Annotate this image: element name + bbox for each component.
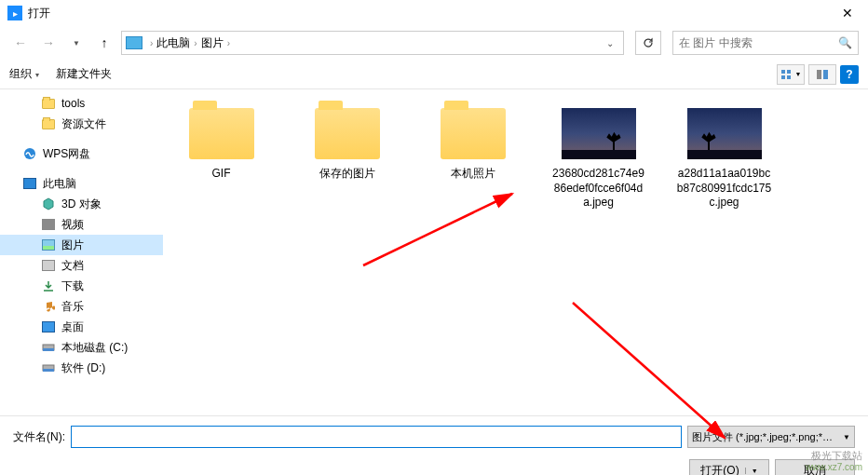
search-input[interactable] (679, 36, 838, 49)
sidebar-item[interactable]: WPS网盘 (0, 143, 163, 164)
svg-rect-1 (787, 70, 791, 74)
folder-item[interactable]: 本机照片 (424, 108, 522, 182)
pc-icon (22, 177, 37, 190)
search-box[interactable]: 🔍 (672, 31, 859, 55)
file-label: 保存的图片 (319, 167, 375, 182)
sidebar-item-label: 下载 (61, 278, 84, 294)
new-folder-button[interactable]: 新建文件夹 (56, 66, 112, 82)
breadcrumb-dropdown[interactable]: ⌄ (601, 38, 619, 48)
sidebar-item-label: WPS网盘 (43, 146, 90, 162)
sidebar-item[interactable]: 音乐 (0, 296, 163, 317)
sidebar-item-label: 3D 对象 (61, 197, 102, 212)
file-label: GIF (212, 167, 231, 182)
sidebar-item[interactable]: 此电脑 (0, 173, 163, 194)
watermark: 极光下载站 www.xz7.com (806, 450, 862, 473)
dialog-title: 打开 (28, 6, 834, 21)
sidebar-item[interactable]: 视频 (0, 214, 163, 235)
svg-rect-5 (823, 70, 828, 79)
refresh-button[interactable] (635, 31, 661, 55)
image-thumbnail (687, 108, 762, 159)
folder-item[interactable]: 保存的图片 (298, 108, 396, 182)
sidebar-item[interactable]: 资源文件 (0, 114, 163, 134)
filename-label: 文件名(N): (13, 429, 65, 445)
sidebar-item[interactable]: 文档 (0, 255, 163, 276)
chevron-down-icon: ▼ (843, 433, 850, 441)
breadcrumb-current[interactable]: 图片 (201, 35, 224, 51)
file-list[interactable]: GIF保存的图片本机照片23680cd281c74e986edef0fcce6f… (163, 89, 868, 415)
image-thumbnail (562, 108, 636, 159)
view-details-button[interactable] (808, 64, 836, 85)
svg-rect-9 (43, 369, 54, 372)
image-item[interactable]: 23680cd281c74e986edef0fcce6f04da.jpeg (549, 108, 647, 210)
sidebar-item-label: tools (61, 97, 85, 110)
app-icon: ▸ (7, 6, 22, 20)
sidebar-item-label: 此电脑 (43, 176, 76, 192)
back-button[interactable]: ← (9, 32, 32, 54)
svg-rect-0 (781, 70, 785, 74)
folder-icon (41, 97, 56, 110)
chevron-right-icon: › (227, 38, 230, 48)
recent-dropdown[interactable]: ▼ (65, 32, 88, 54)
svg-rect-2 (781, 75, 785, 79)
pic-icon (41, 238, 56, 251)
view-icons-button[interactable]: ▼ (777, 64, 805, 85)
main-area: tools资源文件WPS网盘此电脑3D 对象视频图片文档下载音乐桌面本地磁盘 (… (0, 89, 868, 415)
close-button[interactable]: ✕ (834, 0, 861, 26)
sidebar-item[interactable]: 本地磁盘 (C:) (0, 337, 163, 358)
sidebar-item-label: 软件 (D:) (61, 360, 105, 376)
list-icon (816, 69, 829, 80)
sidebar-item[interactable]: 图片 (0, 235, 163, 255)
up-button[interactable]: ↑ (93, 32, 115, 54)
filename-input[interactable] (71, 426, 682, 448)
sidebar[interactable]: tools资源文件WPS网盘此电脑3D 对象视频图片文档下载音乐桌面本地磁盘 (… (0, 89, 163, 415)
folder-icon (315, 108, 380, 159)
toolbar: 组织 新建文件夹 ▼ ? (0, 60, 868, 89)
search-icon[interactable]: 🔍 (838, 36, 852, 49)
bottom-panel: 文件名(N): 图片文件 (*.jpg;*.jpeg;*.png;*… ▼ 打开… (0, 415, 868, 475)
help-button[interactable]: ? (840, 65, 859, 84)
lib-music-icon (41, 300, 56, 313)
file-label: 本机照片 (451, 167, 495, 182)
sidebar-item[interactable]: 3D 对象 (0, 194, 163, 214)
folder-icon (441, 108, 506, 159)
sidebar-item-label: 图片 (61, 238, 84, 253)
image-item[interactable]: a28d11a1aa019bcb87c80991fcdc175c.jpeg (675, 108, 773, 210)
file-label: 23680cd281c74e986edef0fcce6f04da.jpeg (549, 167, 647, 210)
filetype-select[interactable]: 图片文件 (*.jpg;*.jpeg;*.png;*… ▼ (687, 426, 855, 448)
drive-icon (41, 361, 56, 374)
folder-item[interactable]: GIF (172, 108, 270, 182)
breadcrumb-root[interactable]: 此电脑 (156, 35, 190, 51)
lib-desktop-icon (41, 320, 56, 333)
lib-3d-icon (41, 197, 56, 210)
wps-icon (22, 147, 37, 160)
chevron-right-icon: › (150, 38, 153, 48)
svg-rect-7 (43, 348, 54, 351)
chevron-right-icon: › (194, 38, 197, 48)
chevron-down-icon[interactable]: ▼ (745, 468, 758, 474)
folder-icon (41, 117, 56, 130)
sidebar-item[interactable]: tools (0, 93, 163, 114)
sidebar-item-label: 资源文件 (61, 116, 106, 132)
sidebar-item-label: 视频 (61, 217, 84, 233)
breadcrumb[interactable]: › 此电脑 › 图片 › ⌄ (121, 31, 624, 55)
sidebar-item-label: 本地磁盘 (C:) (61, 340, 128, 356)
organize-menu[interactable]: 组织 (9, 66, 39, 82)
sidebar-item-label: 文档 (61, 258, 84, 274)
file-label: a28d11a1aa019bcb87c80991fcdc175c.jpeg (675, 167, 773, 210)
sidebar-item-label: 音乐 (61, 299, 84, 315)
navbar: ← → ▼ ↑ › 此电脑 › 图片 › ⌄ 🔍 (0, 26, 868, 60)
refresh-icon (642, 36, 655, 49)
forward-button: → (37, 32, 60, 54)
sidebar-item[interactable]: 软件 (D:) (0, 358, 163, 378)
sidebar-item[interactable]: 下载 (0, 276, 163, 296)
lib-doc-icon (41, 259, 56, 272)
lib-dl-icon (41, 279, 56, 292)
grid-icon (780, 69, 793, 80)
filetype-text: 图片文件 (*.jpg;*.jpeg;*.png;*… (692, 430, 833, 444)
drive-icon (41, 341, 56, 354)
open-button[interactable]: 打开(O) ▼ (689, 459, 769, 475)
location-icon (126, 36, 142, 49)
sidebar-item[interactable]: 桌面 (0, 317, 163, 337)
titlebar: ▸ 打开 ✕ (0, 0, 868, 26)
sidebar-item-label: 桌面 (61, 319, 84, 335)
